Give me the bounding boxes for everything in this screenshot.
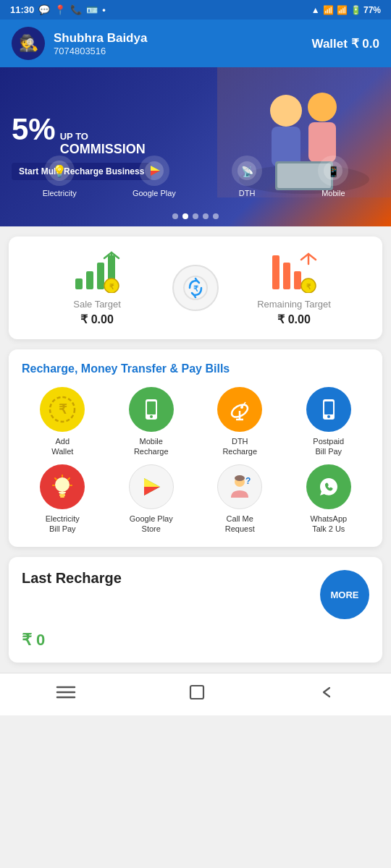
svg-text:?: ? xyxy=(245,476,251,486)
svg-rect-20 xyxy=(97,263,104,289)
service-google-play-store[interactable]: Google PlayStore xyxy=(111,464,193,535)
time-display: 11:30 xyxy=(10,4,34,15)
banner-services: 💡 Electricity Google Play 📡 DTH xyxy=(0,156,391,197)
service-whatsapp-talk2us[interactable]: WhatsAppTalk 2 Us xyxy=(288,464,370,535)
dot-3[interactable] xyxy=(193,213,198,219)
wifi-icon: ▲ xyxy=(311,5,320,15)
svg-rect-66 xyxy=(190,686,203,699)
svg-line-51 xyxy=(55,478,56,480)
dot-1[interactable] xyxy=(172,213,178,219)
sale-target-label: Sale Target xyxy=(22,299,172,310)
whatsapp-icon: 💬 xyxy=(38,4,50,15)
nav-menu-icon[interactable] xyxy=(56,684,76,705)
user-phone: 7074803516 xyxy=(54,46,147,56)
phone-icon: 📞 xyxy=(70,4,82,15)
target-card: ₹ Sale Target ₹ 0.00 ₹ xyxy=(9,237,382,339)
service-add-wallet[interactable]: ₹ AddWallet xyxy=(22,387,104,457)
svg-text:₹: ₹ xyxy=(306,283,311,291)
banner-service-googleplay[interactable]: Google Play xyxy=(133,156,176,197)
service-mobile-recharge-label: MobileRecharge xyxy=(134,436,169,457)
service-postpaid-bill-pay[interactable]: PostpaidBill Pay xyxy=(288,387,370,457)
banner-service-dth-label: DTH xyxy=(239,189,256,197)
service-add-wallet-label: AddWallet xyxy=(51,436,73,457)
bottom-nav xyxy=(0,673,391,715)
last-recharge-header: Last Recharge MORE xyxy=(22,570,369,619)
svg-rect-49 xyxy=(60,496,64,498)
last-recharge-amount: ₹ 0 xyxy=(22,631,369,650)
status-bar-left: 11:30 💬 📍 📞 🪪 • xyxy=(10,4,106,15)
banner-service-googleplay-label: Google Play xyxy=(133,189,176,197)
svg-rect-37 xyxy=(147,401,156,414)
banner-service-mobile-label: Mobile xyxy=(321,189,345,197)
svg-point-60 xyxy=(235,475,245,481)
svg-text:₹: ₹ xyxy=(193,284,198,293)
battery-icon: 🔋 77% xyxy=(350,5,381,15)
svg-rect-27 xyxy=(272,255,279,289)
banner: 5% UP TO COMMISSION Start Multi Recharge… xyxy=(0,67,391,226)
user-info: Shubhra Baidya 7074803516 xyxy=(54,31,147,56)
remaining-target-label: Remaining Target xyxy=(219,299,369,310)
sale-target-value: ₹ 0.00 xyxy=(22,312,172,326)
user-name: Shubhra Baidya xyxy=(54,31,147,46)
nav-home-icon[interactable] xyxy=(188,684,206,705)
svg-line-52 xyxy=(68,478,70,480)
signal2-icon: 📶 xyxy=(337,5,348,15)
sale-target-icon: ₹ xyxy=(72,250,122,293)
more-button[interactable]: MORE xyxy=(320,570,369,619)
services-grid: ₹ AddWallet MobileRecharge xyxy=(22,387,369,534)
svg-point-46 xyxy=(327,415,330,418)
header-left: 🕵️ Shubhra Baidya 7074803516 xyxy=(12,27,147,60)
banner-commission: COMMISSION xyxy=(60,142,146,157)
banner-service-electricity-label: Electricity xyxy=(43,189,77,197)
svg-rect-18 xyxy=(75,278,83,289)
svg-rect-45 xyxy=(324,401,333,414)
remaining-target-icon: ₹ xyxy=(269,250,319,293)
last-recharge-title: Last Recharge xyxy=(22,570,122,587)
service-google-play-store-label: Google PlayStore xyxy=(130,514,173,535)
dot-icon: • xyxy=(102,4,106,15)
service-electricity-bill-pay[interactable]: ElectricityBill Pay xyxy=(22,464,104,535)
dot-5[interactable] xyxy=(213,213,219,219)
service-call-me-request[interactable]: ? Call MeRequest xyxy=(199,464,281,535)
avatar: 🕵️ xyxy=(12,27,45,60)
dot-4[interactable] xyxy=(203,213,209,219)
service-postpaid-bill-pay-label: PostpaidBill Pay xyxy=(313,436,344,457)
services-card: Recharge, Money Transfer & Pay Bills ₹ A… xyxy=(9,349,382,547)
service-mobile-recharge[interactable]: MobileRecharge xyxy=(111,387,193,457)
service-dth-recharge[interactable]: DTHRecharge xyxy=(199,387,281,457)
card-icon: 🪪 xyxy=(86,4,98,15)
signal-icon: 📶 xyxy=(323,5,334,15)
service-call-me-request-label: Call MeRequest xyxy=(225,514,255,535)
banner-service-dth[interactable]: 📡 DTH xyxy=(232,156,262,197)
svg-rect-19 xyxy=(86,271,93,289)
service-dth-recharge-label: DTHRecharge xyxy=(222,436,257,457)
location-icon: 📍 xyxy=(54,4,66,15)
service-electricity-bill-pay-label: ElectricityBill Pay xyxy=(46,514,80,535)
header: 🕵️ Shubhra Baidya 7074803516 Wallet ₹ 0.… xyxy=(0,20,391,67)
target-center-icon: ₹ xyxy=(172,265,219,311)
svg-marker-58 xyxy=(144,487,160,495)
banner-percent: 5% xyxy=(12,114,56,145)
dot-2[interactable] xyxy=(182,213,188,219)
nav-back-icon[interactable] xyxy=(318,684,335,705)
svg-text:📱: 📱 xyxy=(327,166,340,178)
remaining-target-item: ₹ Remaining Target ₹ 0.00 xyxy=(219,250,369,326)
svg-text:💡: 💡 xyxy=(52,164,67,178)
banner-service-mobile[interactable]: 📱 Mobile xyxy=(318,156,348,197)
banner-dots xyxy=(172,213,219,219)
svg-marker-57 xyxy=(144,478,160,487)
last-recharge-card: Last Recharge MORE ₹ 0 xyxy=(9,557,382,663)
svg-text:📡: 📡 xyxy=(241,166,254,178)
sale-target-item: ₹ Sale Target ₹ 0.00 xyxy=(22,250,172,326)
target-section: ₹ Sale Target ₹ 0.00 ₹ xyxy=(22,250,369,326)
service-whatsapp-talk2us-label: WhatsAppTalk 2 Us xyxy=(310,514,347,535)
svg-text:₹: ₹ xyxy=(59,402,67,417)
banner-service-electricity[interactable]: 💡 Electricity xyxy=(43,156,77,197)
status-bar-right: ▲ 📶 📶 🔋 77% xyxy=(311,5,381,15)
svg-text:₹: ₹ xyxy=(109,283,114,291)
svg-rect-29 xyxy=(294,271,301,289)
svg-point-38 xyxy=(150,415,153,418)
status-bar: 11:30 💬 📍 📞 🪪 • ▲ 📶 📶 🔋 77% xyxy=(0,0,391,20)
svg-rect-48 xyxy=(59,494,65,496)
remaining-target-value: ₹ 0.00 xyxy=(219,312,369,326)
